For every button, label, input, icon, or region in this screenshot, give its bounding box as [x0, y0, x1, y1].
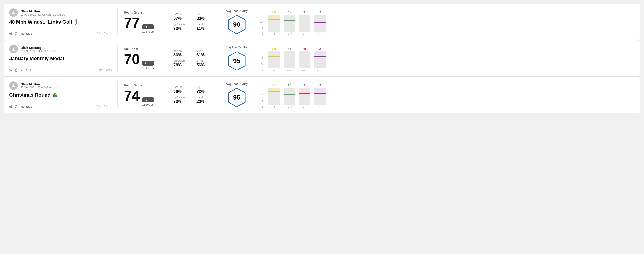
tee-info: 🌥 🏌 Tee: Yellow: [9, 68, 34, 72]
user-info: Blair McHarg 27 Dec 2021 · The Oxfordshi…: [20, 82, 58, 89]
score-badge: -2: [142, 61, 154, 66]
quality-number: 90: [233, 21, 240, 28]
data-source: Data: Arccos: [96, 32, 112, 35]
user-meta: 27 Dec 2021 · The Oxfordshire: [20, 86, 58, 89]
card-quality: Avg Shot Quality 95: [219, 81, 255, 108]
quality-label: Avg Shot Quality: [226, 82, 248, 86]
chart-bar-arg: 96 ARG: [299, 47, 310, 72]
stats-row-top: FW Hit 86% GIR 61%: [174, 49, 212, 57]
chart-y-axis: 100 50 0: [260, 17, 264, 35]
tee-info: 🌥 🏌 Tee: Blue: [9, 105, 32, 108]
chart-bar-app: 87 APP: [284, 84, 295, 108]
updown-label: Up/Down: [174, 23, 189, 26]
score-label: Round Score: [124, 84, 160, 87]
card-stats: FW Hit 86% GIR 61% Up/Down 78% 1 Putt: [167, 45, 219, 72]
score-holes: 18 Holes: [142, 103, 154, 106]
bag-icon: 🏌: [14, 32, 18, 35]
score-label: Round Score: [124, 47, 160, 51]
stats-row-bottom: Up/Down 33% 1 Putt 11%: [174, 23, 212, 31]
score-label: Round Score: [124, 10, 160, 14]
gir-value: 72%: [196, 89, 212, 94]
chart-y-axis: 100 50 0: [260, 90, 264, 108]
user-meta: 12 Feb 2022 · Royal North Devon GC: [20, 13, 66, 16]
hexagon-wrap: 95: [227, 87, 247, 108]
round-title: January Monthly Medal: [9, 56, 112, 61]
fw-hit-value: 57%: [174, 16, 189, 21]
card-footer: 🌥 🏌 Tee: Black Data: Arccos: [9, 32, 112, 35]
tee-label: Tee: Black: [20, 32, 34, 35]
stat-oneputt: 1 Putt 22%: [196, 96, 212, 104]
updown-label: Up/Down: [174, 96, 189, 99]
bag-icon: 🏌: [14, 105, 18, 108]
stats-row-top: FW Hit 36% GIR 72%: [174, 86, 212, 94]
data-source: Data: Arccos: [96, 68, 112, 72]
stat-oneputt: 1 Putt 56%: [196, 59, 212, 68]
score-badge-wrap: -2 18 Holes: [142, 61, 154, 70]
svg-point-4: [13, 84, 14, 86]
quality-number: 95: [233, 57, 240, 65]
chart-area: 100 50 0 110 OTT 87 APP 95: [260, 81, 631, 108]
bag-icon: 🏌: [14, 68, 18, 72]
chart-area: 100 50 0 101 OTT 86 APP 96: [260, 45, 631, 72]
updown-value: 33%: [174, 99, 189, 104]
user-info: Blair McHarg 29 Jan 2022 · Mill Ride GCC: [20, 46, 55, 53]
score-main: 70 -2 18 Holes: [124, 52, 160, 70]
card-score: Round Score 74 +2 18 Holes: [118, 81, 167, 108]
updown-label: Up/Down: [174, 59, 189, 62]
tee-label: Tee: Yellow: [20, 68, 34, 72]
hexagon-wrap: 90: [227, 14, 247, 35]
stats-row-top: FW Hit 57% GIR 83%: [174, 13, 212, 21]
oneputt-label: 1 Putt: [196, 59, 212, 62]
card-quality: Avg Shot Quality 95: [219, 45, 255, 72]
hexagon-wrap: 95: [227, 51, 247, 71]
stat-fw-hit: FW Hit 86%: [174, 49, 189, 57]
fw-hit-value: 36%: [174, 89, 189, 94]
fw-hit-value: 86%: [174, 53, 189, 57]
card-chart: 100 50 0 110 OTT 87 APP 95: [255, 81, 635, 108]
stats-row-bottom: Up/Down 33% 1 Putt 22%: [174, 96, 212, 104]
stat-updown: Up/Down 78%: [174, 59, 189, 68]
card-score: Round Score 70 -2 18 Holes: [118, 45, 167, 72]
card-left: Blair McHarg 12 Feb 2022 · Royal North D…: [9, 8, 118, 35]
stat-updown: Up/Down 33%: [174, 23, 189, 31]
stat-fw-hit: FW Hit 36%: [174, 86, 189, 94]
stat-updown: Up/Down 33%: [174, 96, 189, 104]
oneputt-label: 1 Putt: [196, 23, 212, 26]
score-main: 77 +5 18 Holes: [124, 15, 160, 33]
weather-icon: 🌥: [9, 32, 12, 35]
gir-value: 83%: [196, 16, 212, 21]
score-number: 70: [124, 52, 140, 66]
round-card-round-3: Blair McHarg 27 Dec 2021 · The Oxfordshi…: [4, 77, 640, 113]
stat-fw-hit: FW Hit 57%: [174, 13, 189, 21]
score-holes: 18 Holes: [142, 30, 154, 33]
round-card-round-1: Blair McHarg 12 Feb 2022 · Royal North D…: [4, 3, 640, 40]
quality-number: 95: [233, 94, 240, 101]
oneputt-value: 56%: [196, 63, 212, 68]
card-stats: FW Hit 36% GIR 72% Up/Down 33% 1 Putt: [167, 81, 219, 108]
fw-hit-label: FW Hit: [174, 86, 189, 89]
chart-bar-ott: 110 OTT: [268, 84, 280, 108]
oneputt-value: 11%: [196, 26, 212, 31]
avatar: [9, 45, 18, 53]
stats-row-bottom: Up/Down 78% 1 Putt 56%: [174, 59, 212, 68]
stat-gir: GIR 83%: [196, 13, 212, 21]
gir-label: GIR: [196, 13, 212, 16]
stat-oneputt: 1 Putt 11%: [196, 23, 212, 31]
chart-bar-app: 95 APP: [284, 11, 295, 35]
chart-bar-putt: 99 PUTT: [314, 47, 326, 72]
card-score: Round Score 77 +5 18 Holes: [118, 8, 167, 35]
chart-bar-ott: 101 OTT: [268, 47, 280, 72]
user-row: Blair McHarg 29 Jan 2022 · Mill Ride GCC: [9, 45, 112, 53]
card-quality: Avg Shot Quality 90: [219, 8, 255, 35]
user-meta: 29 Jan 2022 · Mill Ride GCC: [20, 50, 55, 53]
round-card-round-2: Blair McHarg 29 Jan 2022 · Mill Ride GCC…: [4, 40, 640, 77]
score-holes: 18 Holes: [142, 66, 154, 70]
round-title: 40 Mph Winds... Links Golf 🏌️: [9, 19, 112, 25]
tee-label: Tee: Blue: [20, 105, 32, 108]
gir-label: GIR: [196, 49, 212, 52]
svg-point-2: [13, 47, 14, 49]
score-main: 74 +2 18 Holes: [124, 89, 160, 106]
card-footer: 🌥 🏌 Tee: Yellow Data: Arccos: [9, 68, 112, 72]
score-number: 77: [124, 15, 140, 30]
gir-value: 61%: [196, 53, 212, 57]
